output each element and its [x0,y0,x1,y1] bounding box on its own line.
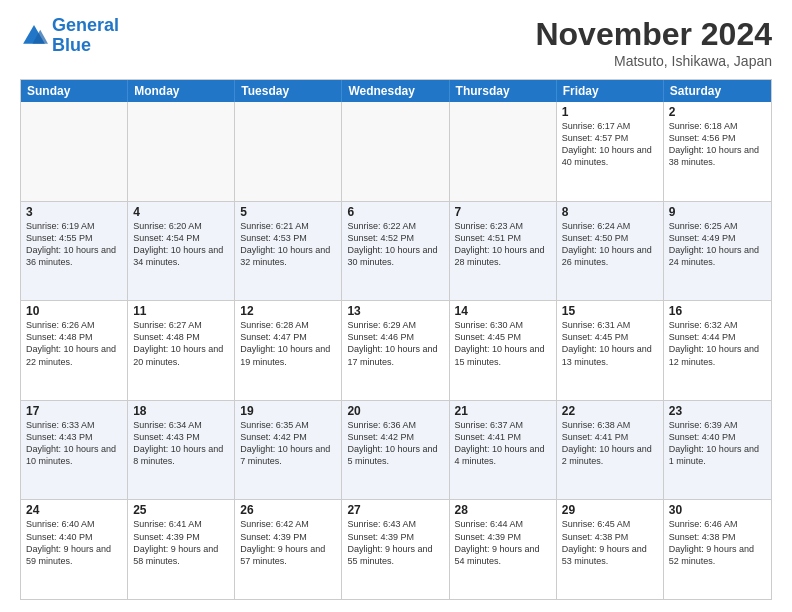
day-info: Sunrise: 6:32 AM Sunset: 4:44 PM Dayligh… [669,319,766,368]
logo-icon [20,22,48,50]
day-cell-10: 10Sunrise: 6:26 AM Sunset: 4:48 PM Dayli… [21,301,128,400]
day-cell-19: 19Sunrise: 6:35 AM Sunset: 4:42 PM Dayli… [235,401,342,500]
header-cell-thursday: Thursday [450,80,557,102]
day-info: Sunrise: 6:25 AM Sunset: 4:49 PM Dayligh… [669,220,766,269]
day-info: Sunrise: 6:31 AM Sunset: 4:45 PM Dayligh… [562,319,658,368]
calendar-row-2: 10Sunrise: 6:26 AM Sunset: 4:48 PM Dayli… [21,301,771,401]
calendar: SundayMondayTuesdayWednesdayThursdayFrid… [20,79,772,600]
day-info: Sunrise: 6:28 AM Sunset: 4:47 PM Dayligh… [240,319,336,368]
day-info: Sunrise: 6:33 AM Sunset: 4:43 PM Dayligh… [26,419,122,468]
empty-cell [450,102,557,201]
location: Matsuto, Ishikawa, Japan [535,53,772,69]
calendar-body: 1Sunrise: 6:17 AM Sunset: 4:57 PM Daylig… [21,102,771,599]
day-info: Sunrise: 6:34 AM Sunset: 4:43 PM Dayligh… [133,419,229,468]
day-number: 13 [347,304,443,318]
logo-line1: General [52,15,119,35]
day-number: 18 [133,404,229,418]
day-cell-5: 5Sunrise: 6:21 AM Sunset: 4:53 PM Daylig… [235,202,342,301]
header-cell-sunday: Sunday [21,80,128,102]
day-info: Sunrise: 6:29 AM Sunset: 4:46 PM Dayligh… [347,319,443,368]
day-info: Sunrise: 6:37 AM Sunset: 4:41 PM Dayligh… [455,419,551,468]
day-cell-13: 13Sunrise: 6:29 AM Sunset: 4:46 PM Dayli… [342,301,449,400]
day-number: 17 [26,404,122,418]
day-cell-8: 8Sunrise: 6:24 AM Sunset: 4:50 PM Daylig… [557,202,664,301]
header-cell-friday: Friday [557,80,664,102]
day-info: Sunrise: 6:27 AM Sunset: 4:48 PM Dayligh… [133,319,229,368]
day-info: Sunrise: 6:39 AM Sunset: 4:40 PM Dayligh… [669,419,766,468]
day-info: Sunrise: 6:18 AM Sunset: 4:56 PM Dayligh… [669,120,766,169]
day-cell-17: 17Sunrise: 6:33 AM Sunset: 4:43 PM Dayli… [21,401,128,500]
day-number: 15 [562,304,658,318]
day-number: 19 [240,404,336,418]
day-cell-7: 7Sunrise: 6:23 AM Sunset: 4:51 PM Daylig… [450,202,557,301]
header-cell-saturday: Saturday [664,80,771,102]
day-cell-3: 3Sunrise: 6:19 AM Sunset: 4:55 PM Daylig… [21,202,128,301]
empty-cell [235,102,342,201]
day-number: 20 [347,404,443,418]
day-info: Sunrise: 6:24 AM Sunset: 4:50 PM Dayligh… [562,220,658,269]
day-number: 16 [669,304,766,318]
day-number: 5 [240,205,336,219]
day-cell-26: 26Sunrise: 6:42 AM Sunset: 4:39 PM Dayli… [235,500,342,599]
day-cell-30: 30Sunrise: 6:46 AM Sunset: 4:38 PM Dayli… [664,500,771,599]
day-info: Sunrise: 6:26 AM Sunset: 4:48 PM Dayligh… [26,319,122,368]
day-number: 3 [26,205,122,219]
day-number: 6 [347,205,443,219]
empty-cell [128,102,235,201]
day-number: 29 [562,503,658,517]
day-cell-21: 21Sunrise: 6:37 AM Sunset: 4:41 PM Dayli… [450,401,557,500]
day-cell-14: 14Sunrise: 6:30 AM Sunset: 4:45 PM Dayli… [450,301,557,400]
day-number: 10 [26,304,122,318]
calendar-header: SundayMondayTuesdayWednesdayThursdayFrid… [21,80,771,102]
logo-line2: Blue [52,35,91,55]
day-number: 26 [240,503,336,517]
empty-cell [21,102,128,201]
header-cell-monday: Monday [128,80,235,102]
day-info: Sunrise: 6:22 AM Sunset: 4:52 PM Dayligh… [347,220,443,269]
calendar-row-1: 3Sunrise: 6:19 AM Sunset: 4:55 PM Daylig… [21,202,771,302]
day-number: 25 [133,503,229,517]
day-cell-11: 11Sunrise: 6:27 AM Sunset: 4:48 PM Dayli… [128,301,235,400]
month-title: November 2024 [535,16,772,53]
day-info: Sunrise: 6:36 AM Sunset: 4:42 PM Dayligh… [347,419,443,468]
calendar-row-4: 24Sunrise: 6:40 AM Sunset: 4:40 PM Dayli… [21,500,771,599]
calendar-row-0: 1Sunrise: 6:17 AM Sunset: 4:57 PM Daylig… [21,102,771,202]
day-number: 24 [26,503,122,517]
day-number: 27 [347,503,443,517]
calendar-row-3: 17Sunrise: 6:33 AM Sunset: 4:43 PM Dayli… [21,401,771,501]
day-info: Sunrise: 6:19 AM Sunset: 4:55 PM Dayligh… [26,220,122,269]
logo: General Blue [20,16,119,56]
day-number: 9 [669,205,766,219]
day-number: 14 [455,304,551,318]
day-cell-23: 23Sunrise: 6:39 AM Sunset: 4:40 PM Dayli… [664,401,771,500]
day-number: 1 [562,105,658,119]
day-info: Sunrise: 6:46 AM Sunset: 4:38 PM Dayligh… [669,518,766,567]
day-cell-4: 4Sunrise: 6:20 AM Sunset: 4:54 PM Daylig… [128,202,235,301]
calendar-page: General Blue November 2024 Matsuto, Ishi… [0,0,792,612]
day-number: 21 [455,404,551,418]
day-number: 23 [669,404,766,418]
title-block: November 2024 Matsuto, Ishikawa, Japan [535,16,772,69]
day-cell-15: 15Sunrise: 6:31 AM Sunset: 4:45 PM Dayli… [557,301,664,400]
day-info: Sunrise: 6:40 AM Sunset: 4:40 PM Dayligh… [26,518,122,567]
day-number: 11 [133,304,229,318]
day-cell-22: 22Sunrise: 6:38 AM Sunset: 4:41 PM Dayli… [557,401,664,500]
day-number: 22 [562,404,658,418]
day-cell-27: 27Sunrise: 6:43 AM Sunset: 4:39 PM Dayli… [342,500,449,599]
header: General Blue November 2024 Matsuto, Ishi… [20,16,772,69]
day-number: 7 [455,205,551,219]
day-info: Sunrise: 6:30 AM Sunset: 4:45 PM Dayligh… [455,319,551,368]
day-cell-29: 29Sunrise: 6:45 AM Sunset: 4:38 PM Dayli… [557,500,664,599]
day-info: Sunrise: 6:35 AM Sunset: 4:42 PM Dayligh… [240,419,336,468]
day-number: 30 [669,503,766,517]
day-info: Sunrise: 6:38 AM Sunset: 4:41 PM Dayligh… [562,419,658,468]
day-cell-16: 16Sunrise: 6:32 AM Sunset: 4:44 PM Dayli… [664,301,771,400]
day-cell-18: 18Sunrise: 6:34 AM Sunset: 4:43 PM Dayli… [128,401,235,500]
day-cell-20: 20Sunrise: 6:36 AM Sunset: 4:42 PM Dayli… [342,401,449,500]
day-info: Sunrise: 6:20 AM Sunset: 4:54 PM Dayligh… [133,220,229,269]
day-cell-28: 28Sunrise: 6:44 AM Sunset: 4:39 PM Dayli… [450,500,557,599]
header-cell-wednesday: Wednesday [342,80,449,102]
day-cell-9: 9Sunrise: 6:25 AM Sunset: 4:49 PM Daylig… [664,202,771,301]
day-cell-2: 2Sunrise: 6:18 AM Sunset: 4:56 PM Daylig… [664,102,771,201]
day-cell-12: 12Sunrise: 6:28 AM Sunset: 4:47 PM Dayli… [235,301,342,400]
